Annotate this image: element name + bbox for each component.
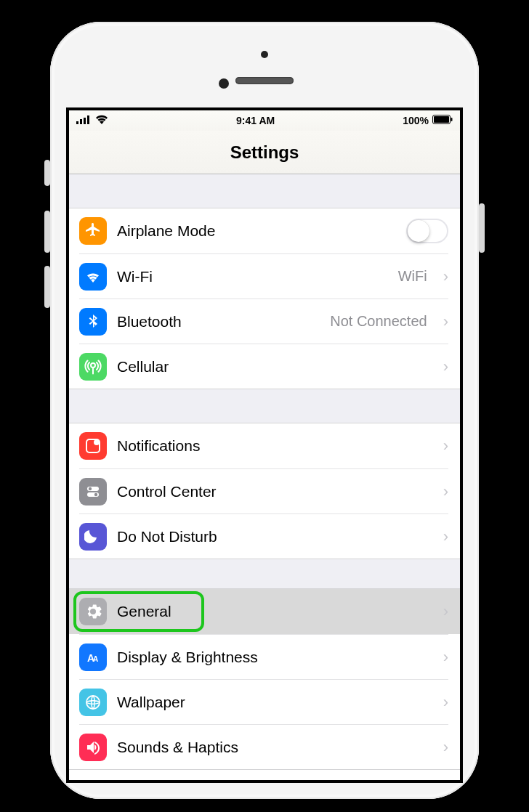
row-control-center[interactable]: Control Center ›: [69, 468, 460, 513]
svg-point-8: [94, 439, 100, 445]
control-center-icon: [79, 478, 107, 506]
notifications-icon: [79, 432, 107, 460]
general-icon: [79, 598, 107, 625]
row-notifications[interactable]: Notifications ›: [69, 423, 460, 468]
phone-frame: 9:41 AM 100% Settings Ai: [50, 22, 479, 799]
row-label: Control Center: [117, 483, 433, 500]
airplane-toggle[interactable]: [406, 219, 448, 243]
row-value: WiFi: [398, 268, 427, 285]
screen: 9:41 AM 100% Settings Ai: [66, 107, 463, 783]
section-gap: [69, 174, 460, 208]
svg-rect-1: [80, 119, 82, 124]
svg-rect-6: [451, 118, 452, 121]
chevron-right-icon: ›: [443, 438, 448, 454]
chevron-right-icon: ›: [443, 604, 448, 620]
settings-group-device: General › AA Display & Brightness ›: [69, 588, 460, 770]
row-label: Wi-Fi: [117, 268, 388, 285]
svg-point-10: [89, 487, 92, 490]
nav-header: Settings: [69, 131, 460, 174]
page-title: Settings: [230, 142, 299, 163]
status-bar: 9:41 AM 100%: [69, 110, 460, 131]
row-label: Do Not Disturb: [117, 528, 433, 545]
svg-text:A: A: [93, 655, 98, 663]
row-label: Cellular: [117, 358, 433, 375]
do-not-disturb-icon: [79, 523, 107, 551]
row-cellular[interactable]: Cellular ›: [69, 344, 460, 389]
chevron-right-icon: ›: [443, 314, 448, 330]
volume-up-button: [44, 211, 50, 253]
chevron-right-icon: ›: [443, 484, 448, 500]
row-label: Wallpaper: [117, 694, 433, 711]
settings-group-connectivity: Airplane Mode Wi-Fi WiFi ›: [69, 208, 460, 389]
status-time: 9:41 AM: [236, 115, 275, 126]
airplane-icon: [79, 217, 107, 245]
row-label: Bluetooth: [117, 313, 320, 330]
power-button: [479, 203, 485, 253]
row-label: Sounds & Haptics: [117, 739, 433, 756]
row-display-brightness[interactable]: AA Display & Brightness ›: [69, 634, 460, 679]
signal-bars-icon: [76, 115, 91, 126]
chevron-right-icon: ›: [443, 529, 448, 545]
row-wifi[interactable]: Wi-Fi WiFi ›: [69, 253, 460, 299]
chevron-right-icon: ›: [443, 694, 448, 710]
svg-rect-2: [84, 118, 86, 124]
row-value: Not Connected: [330, 313, 427, 330]
camera-dot: [261, 51, 268, 58]
bluetooth-icon: [79, 308, 107, 336]
row-do-not-disturb[interactable]: Do Not Disturb ›: [69, 513, 460, 559]
speaker-grille: [235, 77, 294, 84]
battery-icon: [432, 115, 453, 126]
section-gap: [69, 389, 460, 423]
wallpaper-icon: [79, 689, 107, 716]
chevron-right-icon: ›: [443, 269, 448, 285]
settings-list[interactable]: Airplane Mode Wi-Fi WiFi ›: [69, 174, 460, 770]
section-gap: [69, 559, 460, 588]
svg-rect-3: [87, 115, 89, 124]
status-battery-text: 100%: [403, 115, 429, 126]
settings-group-alerts: Notifications › Control Center ›: [69, 423, 460, 559]
row-wallpaper[interactable]: Wallpaper ›: [69, 679, 460, 724]
row-sounds-haptics[interactable]: Sounds & Haptics ›: [69, 724, 460, 769]
sounds-icon: [79, 734, 107, 761]
wifi-status-icon: [95, 115, 108, 126]
svg-point-15: [86, 696, 100, 709]
wifi-icon: [79, 263, 107, 291]
display-icon: AA: [79, 643, 107, 671]
row-general[interactable]: General ›: [69, 589, 460, 634]
row-airplane-mode[interactable]: Airplane Mode: [69, 208, 460, 253]
chevron-right-icon: ›: [443, 359, 448, 375]
camera-side: [219, 78, 229, 89]
chevron-right-icon: ›: [443, 649, 448, 665]
mute-switch: [44, 160, 50, 186]
svg-rect-0: [76, 121, 78, 124]
row-bluetooth[interactable]: Bluetooth Not Connected ›: [69, 299, 460, 344]
row-label: Display & Brightness: [117, 649, 433, 666]
volume-down-button: [44, 266, 50, 308]
row-label: Notifications: [117, 437, 433, 455]
chevron-right-icon: ›: [443, 739, 448, 755]
row-label: General: [117, 603, 433, 620]
svg-rect-5: [434, 116, 449, 123]
row-label: Airplane Mode: [117, 222, 396, 240]
svg-point-12: [94, 492, 97, 495]
cellular-icon: [79, 353, 107, 381]
